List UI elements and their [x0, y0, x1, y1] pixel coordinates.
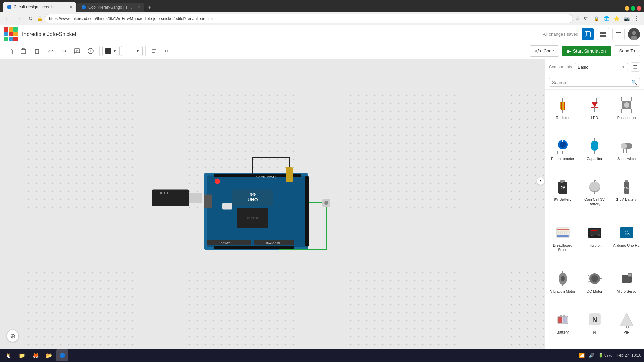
component-item-arduino-uno[interactable]: ⊙⊙UNO Arduino Uno R3: [611, 220, 642, 265]
vibration-motor-label: Vibration Motor: [550, 289, 575, 293]
nav-refresh-btn[interactable]: ↻: [25, 14, 35, 23]
send-to-btn[interactable]: Send To: [614, 45, 640, 56]
svg-point-55: [324, 201, 328, 205]
taskbar: 🐧 📁 🦊 📂 🔵 📶 🔊 🔋 87% Feb 27 10:10: [0, 349, 644, 362]
extension-5[interactable]: 📷: [622, 14, 631, 23]
tab-label-2: Cool Kieran-Sango | Ti...: [88, 5, 136, 10]
tinkercad-logo[interactable]: [4, 27, 18, 41]
component-item-potentiometer[interactable]: Potentiometer: [547, 133, 578, 173]
annotation-btn[interactable]: i: [85, 45, 97, 57]
menu-btn[interactable]: ⋮: [632, 14, 641, 23]
svg-point-92: [589, 182, 600, 191]
component-item-breadboard[interactable]: Breadboard Small: [547, 220, 578, 265]
circuits-btn[interactable]: [582, 28, 594, 40]
tab-close-2[interactable]: ×: [138, 5, 140, 10]
bookmark-icon[interactable]: ☆: [575, 15, 580, 22]
component-item-1-5v-battery[interactable]: 1.5V 1.5V Battery: [611, 174, 642, 219]
line-style-btn[interactable]: ▼: [121, 46, 143, 56]
copy-btn[interactable]: [4, 45, 16, 57]
component-item-slideswitch[interactable]: Slideswitch: [611, 133, 642, 173]
vibration-motor-icon: [552, 268, 574, 289]
svg-rect-12: [9, 50, 12, 54]
firefox-btn[interactable]: 🦊: [30, 349, 42, 361]
svg-point-1: [586, 32, 587, 34]
delete-btn[interactable]: [31, 45, 43, 57]
zoom-btn[interactable]: ⊕: [7, 330, 19, 342]
browser-tab-inactive[interactable]: 🔵 Cool Kieran-Sango | Ti... ×: [77, 3, 144, 12]
extension-2[interactable]: 🔒: [592, 14, 601, 23]
measure-btn[interactable]: [162, 45, 174, 57]
breadboard-label: Breadboard Small: [549, 243, 577, 252]
paste-btn[interactable]: [17, 45, 30, 57]
folder-btn[interactable]: 📂: [43, 349, 55, 361]
search-input-wrap[interactable]: 🔍: [549, 78, 640, 87]
svg-rect-31: [160, 192, 162, 194]
svg-text:UNO: UNO: [624, 233, 630, 236]
component-item-battery[interactable]: Battery: [547, 306, 578, 347]
component-item-vibration-motor[interactable]: Vibration Motor: [547, 265, 578, 306]
svg-text:UNO: UNO: [248, 197, 258, 202]
svg-text:ANALOG IN: ANALOG IN: [265, 242, 280, 245]
component-item-pir[interactable]: PIR: [611, 306, 642, 347]
extension-1[interactable]: 🛡: [582, 14, 591, 23]
code-btn[interactable]: </> Code: [530, 45, 559, 57]
svg-rect-44: [214, 246, 294, 249]
list-view-btn[interactable]: ☰: [631, 62, 640, 72]
comment-btn[interactable]: [71, 45, 83, 57]
minimize-btn[interactable]: [625, 6, 629, 11]
color-picker-btn[interactable]: ▼: [102, 46, 120, 56]
svg-rect-52: [286, 167, 293, 182]
component-item-micro-servo[interactable]: Micro Servo: [611, 265, 642, 306]
svg-rect-16: [74, 49, 80, 53]
breadboard-icon: [552, 222, 574, 243]
nav-back-btn[interactable]: ←: [3, 14, 12, 23]
svg-rect-50: [222, 203, 232, 210]
resistor-label: Resistor: [556, 116, 569, 120]
potentiometer-label: Potentiometer: [551, 157, 574, 161]
component-item-coin-cell[interactable]: Coin Cell 3V Battery: [579, 174, 610, 219]
n-component-label: N: [593, 330, 596, 334]
url-display: https://www.tinkercad.com/things/6kAWrrF…: [49, 16, 213, 21]
start-simulation-btn[interactable]: ▶ Start Simulation: [562, 46, 611, 56]
svg-rect-0: [585, 32, 590, 37]
extension-4[interactable]: ⭐: [612, 14, 621, 23]
components-dropdown[interactable]: Basic ▼: [575, 63, 628, 71]
components-view-btn[interactable]: [597, 28, 609, 40]
component-item-n[interactable]: N N: [579, 306, 610, 347]
new-tab-btn[interactable]: +: [145, 3, 154, 12]
tinkercad-taskbar-btn[interactable]: 🔵: [56, 349, 68, 361]
browser-tab-active[interactable]: 🔵 Circuit design Incredibl... ×: [3, 2, 76, 12]
battery-icon: 🔋: [598, 353, 603, 358]
wifi-icon: 📶: [579, 353, 585, 358]
nav-forward-btn[interactable]: →: [14, 14, 23, 23]
user-avatar[interactable]: [628, 28, 640, 40]
canvas-area[interactable]: ⊕ ⊙⊙ UNO I: [0, 59, 545, 349]
files-btn[interactable]: 📁: [16, 349, 28, 361]
linux-btn[interactable]: 🐧: [3, 349, 15, 361]
search-input[interactable]: [552, 80, 629, 85]
layers-btn[interactable]: ☰: [612, 28, 625, 40]
microbit-label: micro:bit: [588, 243, 602, 247]
component-item-led[interactable]: LED: [579, 92, 610, 132]
svg-text:9V: 9V: [560, 186, 565, 190]
close-btn[interactable]: [637, 6, 641, 11]
align-btn[interactable]: [148, 45, 160, 57]
maximize-btn[interactable]: [631, 6, 635, 11]
browser-toolbar: ← → ↻ 🔒 https://www.tinkercad.com/things…: [0, 12, 644, 25]
svg-point-121: [591, 275, 598, 282]
components-grid: Resistor LED Pushbutton: [545, 90, 644, 349]
redo-btn[interactable]: ↪: [58, 45, 70, 57]
extension-3[interactable]: 🌐: [602, 14, 611, 23]
component-item-9v-battery[interactable]: 9V 9V Battery: [547, 174, 578, 219]
n-component-icon: N: [584, 309, 605, 330]
component-item-dc-motor[interactable]: DC Motor: [579, 265, 610, 306]
component-item-resistor[interactable]: Resistor: [547, 92, 578, 132]
svg-rect-45: [305, 176, 309, 247]
component-item-microbit[interactable]: micro:bit micro:bit: [579, 220, 610, 265]
undo-btn[interactable]: ↩: [44, 45, 56, 57]
tab-close-1[interactable]: ×: [70, 4, 72, 10]
component-item-pushbutton[interactable]: Pushbutton: [611, 92, 642, 132]
component-item-capacitor[interactable]: Capacitor: [579, 133, 610, 173]
svg-rect-135: [563, 317, 567, 323]
address-bar[interactable]: https://www.tinkercad.com/things/6kAWrrF…: [45, 14, 573, 23]
